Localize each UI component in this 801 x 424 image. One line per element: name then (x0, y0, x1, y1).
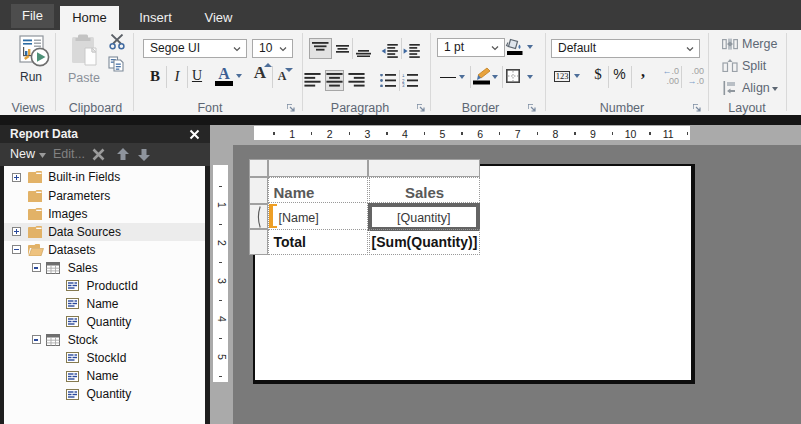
svg-text:3: 3 (402, 83, 405, 87)
svg-text:1: 1 (402, 74, 405, 78)
